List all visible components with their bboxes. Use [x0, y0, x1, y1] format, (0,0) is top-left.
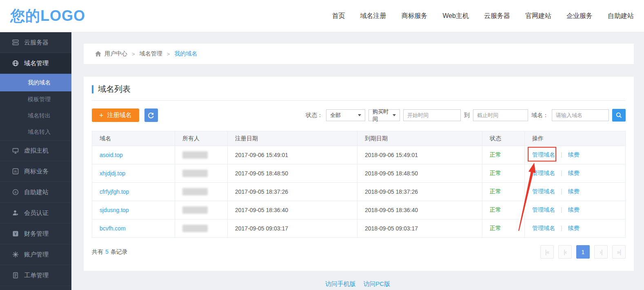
pagination: |« |‹ 1 ›| »| — [540, 245, 626, 259]
page-title: 域名列表 — [98, 84, 131, 95]
nav-web-hosting[interactable]: Web主机 — [442, 12, 469, 20]
refresh-icon — [148, 112, 154, 119]
sidebar-item-label: 商标业务 — [24, 168, 49, 175]
filter-bar: 状态： 全部 购买时间 到 域名： — [306, 109, 626, 122]
domain-link[interactable]: xhjdjdj.top — [100, 170, 125, 177]
nav-enterprise-service[interactable]: 企业服务 — [566, 12, 593, 20]
renew-link[interactable]: 续费 — [568, 206, 579, 213]
breadcrumb-my-domains: 我的域名 — [174, 50, 197, 58]
breadcrumb-user-center[interactable]: 用户中心 — [104, 50, 127, 58]
sidebar-item-finance-management[interactable]: ¥ 财务管理 — [0, 224, 71, 244]
visit-mobile-link[interactable]: 访问手机版 — [325, 280, 356, 287]
nav-cloud-server[interactable]: 云服务器 — [484, 12, 510, 20]
sidebar-item-label: 财务管理 — [24, 230, 49, 238]
blurred-owner — [182, 170, 208, 177]
time-type-select[interactable]: 购买时间 — [369, 109, 400, 121]
subitem-label: 域名转出 — [28, 112, 51, 120]
toolbar-buttons: + 注册域名 — [92, 108, 158, 122]
register-domain-button[interactable]: + 注册域名 — [92, 108, 139, 122]
chevron-down-icon — [358, 114, 361, 116]
site-logo: 您的LOGO — [10, 6, 85, 26]
search-button[interactable] — [612, 109, 626, 122]
status-filter-label: 状态： — [306, 112, 323, 119]
breadcrumb: 用户中心 > 域名管理 > 我的域名 — [84, 44, 634, 64]
time-type-value: 购买时间 — [373, 108, 390, 123]
manage-domain-link[interactable]: 管理域名 — [532, 151, 555, 158]
sidebar-item-work-order[interactable]: 工单管理 — [0, 265, 71, 286]
title-accent-bar — [92, 85, 93, 93]
domain-link[interactable]: sjdusng.top — [100, 207, 129, 213]
vps-icon — [12, 148, 19, 154]
manage-domain-link[interactable]: 管理域名 — [532, 206, 555, 213]
nav-domain-register[interactable]: 域名注册 — [360, 12, 386, 20]
domain-link[interactable]: cfrfyjfgh.top — [100, 188, 129, 195]
next-page-button[interactable]: ›| — [594, 245, 608, 259]
sidebar-item-cloud-server[interactable]: 云服务器 — [0, 32, 71, 53]
domain-link[interactable]: bcvfh.com — [100, 225, 126, 232]
home-icon — [95, 51, 101, 57]
renew-link[interactable]: 续费 — [568, 151, 579, 158]
svg-text:R: R — [14, 170, 17, 174]
sidebar-subitem-domain-transfer-out[interactable]: 域名转出 — [0, 108, 71, 124]
renew-link[interactable]: 续费 — [568, 188, 579, 195]
status-badge: 正常 — [490, 188, 501, 195]
sidebar-subitem-template-management[interactable]: 模板管理 — [0, 91, 71, 108]
nav-website-building[interactable]: 官网建站 — [525, 12, 551, 20]
sidebar-item-label: 会员认证 — [24, 209, 49, 217]
breadcrumb-domain-management[interactable]: 域名管理 — [140, 50, 162, 58]
nav-home[interactable]: 首页 — [332, 12, 345, 20]
subitem-label: 模板管理 — [28, 96, 51, 103]
subitem-label: 我的域名 — [28, 79, 51, 86]
table-row: bcvfh.com 2017-09-05 09:03:17 2018-09-05… — [92, 219, 626, 238]
domain-search-input[interactable] — [552, 109, 609, 121]
end-time-input[interactable] — [473, 109, 528, 121]
domain-link[interactable]: asoid.top — [100, 152, 123, 158]
svg-text:e: e — [14, 190, 16, 194]
blurred-owner — [182, 151, 208, 159]
last-page-button[interactable]: »| — [612, 245, 626, 259]
col-header-domain: 域名 — [92, 131, 175, 146]
actions-cell: 管理域名 | 续费 — [525, 146, 626, 164]
to-label: 到 — [464, 112, 470, 119]
expire-date: 2018-09-05 18:36:40 — [358, 201, 482, 219]
nav-trademark-service[interactable]: 商标服务 — [401, 12, 427, 20]
status-badge: 正常 — [490, 206, 501, 213]
renew-link[interactable]: 续费 — [568, 170, 579, 176]
manage-domain-link[interactable]: 管理域名 — [532, 188, 555, 195]
renew-link[interactable]: 续费 — [568, 225, 579, 231]
sidebar-item-account-management[interactable]: 账户管理 — [0, 244, 71, 265]
prev-page-button[interactable]: |‹ — [558, 245, 572, 259]
status-badge: 正常 — [490, 225, 501, 231]
start-time-input[interactable] — [403, 109, 461, 121]
sidebar-subitem-my-domains[interactable]: 我的域名 — [0, 74, 71, 91]
expire-date: 2018-09-06 15:49:01 — [358, 146, 482, 164]
sidebar-item-self-site-builder[interactable]: e 自助建站 — [0, 182, 71, 203]
registered-date: 2017-09-05 18:37:26 — [228, 183, 358, 201]
sidebar-item-trademark-business[interactable]: R 商标业务 — [0, 161, 71, 182]
refresh-button[interactable] — [144, 108, 158, 122]
status-badge: 正常 — [490, 170, 501, 176]
search-icon — [616, 112, 622, 118]
nav-self-build[interactable]: 自助建站 — [608, 12, 634, 20]
page-1-button[interactable]: 1 — [576, 245, 590, 259]
action-separator: | — [561, 225, 562, 231]
plus-icon: + — [99, 112, 104, 119]
sidebar-item-domain-management[interactable]: 域名管理 — [0, 53, 71, 74]
first-page-button[interactable]: |« — [540, 245, 554, 259]
manage-domain-link[interactable]: 管理域名 — [532, 170, 555, 176]
blurred-owner — [182, 206, 208, 214]
expire-date: 2018-09-05 18:48:50 — [358, 164, 482, 183]
sidebar-item-member-verification[interactable]: 会员认证 — [0, 203, 71, 224]
status-select[interactable]: 全部 — [326, 109, 365, 121]
registered-date: 2017-09-05 18:48:50 — [228, 164, 358, 183]
sidebar-item-virtual-host[interactable]: 虚拟主机 — [0, 140, 71, 161]
manage-domain-link[interactable]: 管理域名 — [532, 225, 555, 231]
table-footer: 共有5条记录 |« |‹ 1 ›| »| — [92, 245, 626, 259]
finance-icon: ¥ — [12, 230, 19, 237]
record-count: 5 — [105, 248, 109, 255]
domain-filter-label: 域名： — [531, 112, 549, 119]
toolbar: + 注册域名 状态： 全部 购买时间 — [92, 108, 626, 122]
sidebar-subitem-domain-transfer-in[interactable]: 域名转入 — [0, 124, 71, 140]
registered-date: 2017-09-06 15:49:01 — [228, 146, 358, 164]
visit-pc-link[interactable]: 访问PC版 — [363, 280, 390, 287]
